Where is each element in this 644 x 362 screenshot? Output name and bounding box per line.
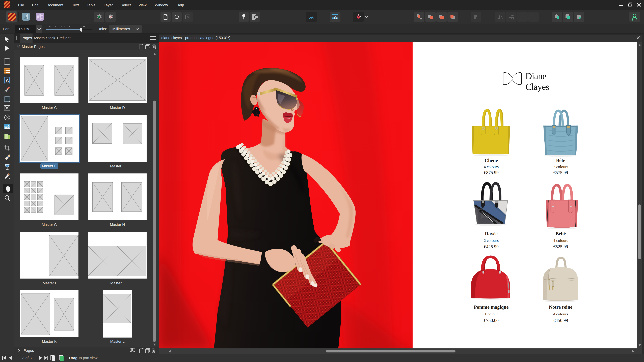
- svg-text:A: A: [334, 14, 337, 20]
- svg-text:A: A: [6, 78, 9, 83]
